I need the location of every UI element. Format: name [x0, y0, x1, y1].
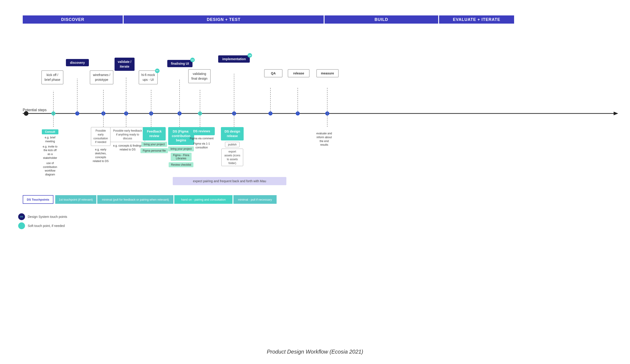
touchpoint-cell-3: hand on - pairing and consultation: [174, 195, 232, 204]
touchpoints-label: DS Touchpoints: [23, 195, 54, 204]
ds-figma-sub2: Figma - FloraLibraries: [171, 153, 191, 161]
box-qa: QA: [264, 69, 282, 77]
box-validating: validatingfinal design: [188, 69, 211, 83]
legend-ds-text: Design System touch points: [28, 215, 67, 218]
early-consult-box: Possibleearlyconsultationif needed: [91, 127, 110, 146]
feedback-review-sub2: Figma personal file: [140, 148, 168, 153]
ds-reviews-sub2: Figma via 1-1consultion: [194, 142, 210, 150]
expectation-band-text: expect pairing and frequent back and for…: [193, 179, 266, 183]
content-evaluate: evaluate andinform aboutthe endresults: [316, 132, 332, 147]
feedback-review-box: Feedbackreview: [143, 127, 166, 141]
evaluate-text: evaluate andinform aboutthe endresults: [316, 132, 332, 147]
box-measure: measure: [316, 69, 339, 77]
expectation-band: expect pairing and frequent back and for…: [173, 177, 286, 185]
feedback-review-sub1: bring your project: [141, 142, 167, 147]
phase-evaluate-label: EVALUATE + ITERATE: [453, 17, 500, 22]
box-wireframes: wireframes /prototype: [90, 70, 114, 84]
page-title: Product Design Workflow (Ecosia 2021): [0, 349, 630, 355]
box-kickoff: kick off /brief phase: [41, 70, 64, 84]
content-early-consult: Possibleearlyconsultationif needed e.g. …: [91, 127, 110, 163]
legend-area: DS Design System touch points Soft touch…: [18, 213, 67, 229]
ds-figma-sub3: Review checklist: [169, 162, 194, 167]
legend-soft-icon: [18, 222, 25, 229]
ds-release-sub2: exportassets (iconsto assetsfolder): [221, 149, 243, 166]
legend-soft-text: Soft touch point, if needed: [28, 224, 65, 228]
consult-label: Consult: [42, 129, 58, 134]
box-implementation: implementation DS: [218, 55, 250, 63]
page-title-text: Product Design Workflow (Ecosia 2021): [267, 349, 363, 355]
phase-discover: DISCOVER: [23, 15, 123, 24]
touchpoint-cell-3-text: hand on - pairing and consultation: [181, 198, 226, 201]
box-validate: validate /iterate: [114, 58, 134, 71]
touchpoints-row: DS Touchpoints 1st touchpoint (if releva…: [23, 195, 276, 204]
legend-item-soft: Soft touch point, if needed: [18, 222, 67, 229]
legend-item-ds: DS Design System touch points: [18, 213, 67, 220]
touchpoint-cell-1: 1st touchpoint (if relevant): [55, 195, 96, 204]
consult-sub3: use ofcontributionworkflowdiagram: [43, 161, 57, 177]
box-release: release: [288, 69, 310, 77]
touchpoint-cell-4: minimal - pull if necessary: [234, 195, 276, 204]
touchpoint-cell-2: minimal (pull for feedback or pairing wh…: [97, 195, 174, 204]
dot-start: [24, 111, 28, 116]
content-early-feedback: Possible early feedbackif anything ready…: [110, 127, 145, 152]
early-consult-sub: e.g. earlysketches,conceptsrelated to DS: [93, 148, 109, 163]
phase-build-label: BUILD: [374, 17, 388, 22]
ds-reviews-sub1: Figma via comment: [190, 137, 214, 141]
box-discovery: discovery: [66, 59, 89, 66]
phase-discover-label: DISCOVER: [61, 17, 84, 22]
consult-sub1: e.g. briefmeeting: [45, 136, 56, 143]
legend-ds-icon: DS: [18, 213, 25, 220]
ds-reviews-box: DS reviews: [189, 127, 215, 135]
content-feedback-review: Feedbackreview bring your project Figma …: [140, 127, 168, 153]
box-finalising: finalising UI DS: [167, 60, 192, 67]
ds-badge-hifi: DS: [155, 69, 160, 73]
early-feedback-sub: e.g. concepts & findingsrelated to DS: [113, 144, 142, 152]
content-ds-design-release: DS designrelease publish exportassets (i…: [221, 127, 244, 166]
early-feedback-box: Possible early feedbackif anything ready…: [110, 127, 145, 142]
consult-sub2: e.g. invite tothe kick offas astakeholde…: [43, 145, 58, 160]
touchpoint-cell-4-text: minimal - pull if necessary: [238, 198, 272, 201]
phase-evaluate: EVALUATE + ITERATE: [439, 15, 514, 24]
ds-release-sub1: publish: [225, 142, 240, 147]
content-ds-reviews: DS reviews Figma via comment Figma via 1…: [189, 127, 215, 149]
phase-build: BUILD: [324, 15, 438, 24]
box-hifi: hi-fi mockups - UI DS: [139, 70, 158, 84]
ds-design-release-box: DS designrelease: [221, 127, 244, 141]
content-consult: Consult e.g. briefmeeting e.g. invite to…: [42, 129, 58, 177]
phase-design-label: DESIGN + TEST: [207, 17, 241, 22]
touchpoint-cell-1-text: 1st touchpoint (if relevant): [59, 198, 93, 201]
timeline-arrow: [614, 112, 618, 115]
phase-design: DESIGN + TEST: [124, 15, 324, 24]
touchpoint-cell-2-text: minimal (pull for feedback or pairing wh…: [102, 198, 169, 201]
touchpoints-label-text: DS Touchpoints: [27, 198, 49, 201]
phase-headers-row: DISCOVER DESIGN + TEST BUILD EVALUATE + …: [23, 15, 607, 24]
